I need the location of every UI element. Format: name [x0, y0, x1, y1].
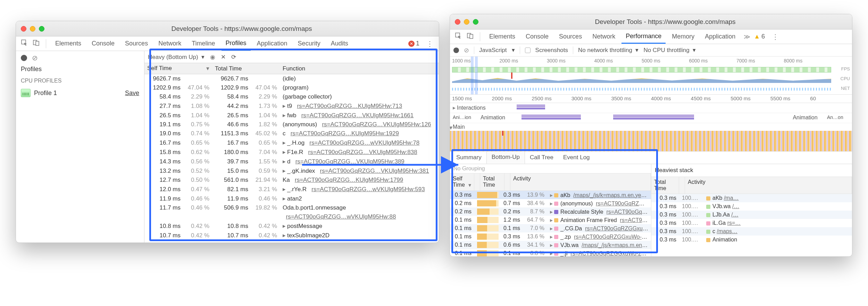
table-row[interactable]: 19.1 ms0.75 %46.6 ms1.82 %(anonymous) rs…: [144, 120, 439, 129]
col-function[interactable]: Function: [280, 63, 439, 74]
device-icon[interactable]: [465, 33, 475, 41]
zoom-icon[interactable]: [39, 26, 44, 32]
tab-sources[interactable]: Sources: [121, 36, 152, 51]
source-link[interactable]: rs=ACT90oGqRZGG…VKUlgM95Hw:126: [322, 121, 431, 128]
table-row[interactable]: 0.1 ms 7.3 %1.2 ms64.7 %▸Animation Frame…: [450, 216, 651, 224]
source-link[interactable]: rs=ACT90oGqRZGG…KUlgM95Hw:1807: [302, 241, 411, 243]
tab-timeline[interactable]: Timeline: [187, 36, 219, 51]
screenshots-checkbox[interactable]: [525, 48, 531, 53]
table-row[interactable]: 0.3 ms100.0 %c /maps…: [651, 227, 852, 236]
clear-icon[interactable]: ⊘: [32, 54, 38, 62]
clear-icon[interactable]: ⊘: [464, 46, 469, 54]
device-icon[interactable]: [31, 40, 41, 48]
profile-save-link[interactable]: Save: [125, 90, 139, 97]
source-link[interactable]: /maps/_/js/k=maps.m.en.ye…: [582, 242, 651, 248]
tab-network[interactable]: Network: [154, 36, 185, 51]
source-link[interactable]: rs=ACT90oGqRZGG…wVKUlgM95Hw:88: [286, 213, 396, 220]
close-icon[interactable]: [455, 19, 460, 25]
tab-console[interactable]: Console: [521, 29, 553, 44]
error-count[interactable]: ✕ 1: [408, 40, 419, 47]
source-link[interactable]: /ma…: [724, 195, 739, 201]
table-row[interactable]: 10.7 ms0.42 %10.7 ms0.42 %▸texSubImage2D: [144, 231, 439, 240]
table-row[interactable]: 26.5 ms1.04 %26.5 ms1.04 %▸fwb rs=ACT90o…: [144, 111, 439, 120]
table-row[interactable]: 19.0 ms0.74 %1151.3 ms45.02 %c rs=ACT90o…: [144, 129, 439, 138]
source-link[interactable]: rs=ACT90oGqRZGGx…: [596, 201, 651, 206]
zoom-icon[interactable]: [473, 19, 478, 25]
menu-icon[interactable]: ⋮: [424, 40, 435, 48]
tab-elements[interactable]: Elements: [485, 29, 519, 44]
expand-icon[interactable]: ▾: [450, 124, 452, 131]
category-select[interactable]: JavaScript ▾: [479, 46, 515, 54]
table-row[interactable]: 0.3 ms100.0 %VJb.wa /…: [651, 202, 852, 211]
tab-application[interactable]: Application: [253, 36, 292, 51]
profiles-table[interactable]: Self Time▾ Total Time Function 9626.7 ms…: [144, 63, 439, 243]
col-total-time[interactable]: Total Time: [212, 63, 280, 74]
detail-tab-eventlog[interactable]: Event Log: [558, 151, 595, 164]
table-row[interactable]: 15.8 ms0.62 %180.0 ms7.04 %▸F1e.R rs=ACT…: [144, 147, 439, 157]
menu-icon[interactable]: ⋮: [770, 33, 781, 41]
inspect-icon[interactable]: [19, 40, 29, 48]
table-row[interactable]: 27.7 ms1.08 %44.2 ms1.73 %▸t9 rs=ACT90oG…: [144, 101, 439, 111]
cpu-throttle-select[interactable]: No CPU throttling ▾: [643, 46, 696, 54]
col-activity[interactable]: Activity: [685, 177, 852, 194]
tab-sources[interactable]: Sources: [555, 29, 586, 44]
tab-profiles[interactable]: Profiles: [222, 36, 251, 51]
table-row[interactable]: 0.3 ms100.0 %Animation: [651, 236, 852, 244]
source-link[interactable]: rs=ACT90oGqRZGG…KUlgM95Hw:713: [297, 103, 402, 109]
table-row[interactable]: 11.7 ms0.46 %506.9 ms19.82 %Oda.b.port1.…: [144, 203, 439, 212]
col-activity[interactable]: Activity: [510, 173, 651, 190]
tab-application[interactable]: Application: [701, 29, 740, 44]
close-icon[interactable]: ✕: [221, 53, 226, 61]
table-row[interactable]: 0.3 ms100.0 %iL.Ga rs=…: [651, 219, 852, 227]
time-ruler[interactable]: 1500 ms2000 ms2500 ms3000 ms3500 ms4000 …: [450, 95, 852, 103]
table-row[interactable]: 16.7 ms0.65 %16.7 ms0.65 %▸_.H.og rs=ACT…: [144, 138, 439, 147]
source-link[interactable]: /maps/_/js/k=maps.m.en.yeALR…: [573, 192, 651, 198]
table-row[interactable]: 11.9 ms0.46 %11.9 ms0.46 %▸atan2: [144, 194, 439, 203]
table-row[interactable]: 0.3 ms100.0 %LJb.Aa /…: [651, 211, 852, 219]
warning-count[interactable]: ▲ 6: [754, 33, 765, 40]
tab-performance[interactable]: Performance: [621, 29, 666, 44]
table-row[interactable]: 58.4 ms2.29 %58.4 ms2.29 %(garbage colle…: [144, 92, 439, 101]
source-link[interactable]: rs=ACT90oGqRZGGxuWo-z8BL…: [570, 250, 651, 256]
titlebar[interactable]: Developer Tools - https://www.google.com…: [16, 21, 439, 36]
inspect-icon[interactable]: [453, 33, 463, 41]
close-icon[interactable]: [21, 26, 26, 32]
profile-item[interactable]: Profile 1 Save: [21, 87, 139, 99]
col-total-time[interactable]: Total Time: [480, 173, 504, 190]
table-row[interactable]: 0.1 ms 6.8 %0.6 ms34.1 %▸VJb.wa /maps/_/…: [450, 241, 651, 249]
tab-console[interactable]: Console: [87, 36, 119, 51]
flame-chart[interactable]: [450, 131, 852, 152]
minimize-icon[interactable]: [30, 26, 35, 32]
source-link[interactable]: rs=ACT90oGqRZGGxuWo-z8B…: [574, 234, 651, 240]
overview-handle-right[interactable]: [475, 57, 478, 94]
table-row[interactable]: 0.2 ms 13.2 %0.7 ms38.4 %▸(anonymous) rs…: [450, 199, 651, 207]
track-interactions[interactable]: ▸Interactions: [450, 103, 852, 113]
source-link[interactable]: rs=ACT90oGqRZGG…VKUlgM95Hw:1661: [301, 112, 414, 119]
tab-audits[interactable]: Audits: [327, 36, 352, 51]
table-row[interactable]: 12.0 ms0.47 %82.1 ms3.21 %▸_.rYe.R rs=AC…: [144, 185, 439, 194]
focus-icon[interactable]: ◉: [210, 53, 215, 61]
source-link[interactable]: rs=ACT90oGqRZGG…wVKUlgM95Hw:593: [311, 186, 425, 193]
track-animation[interactable]: Ani…ion Animation Animation An…on: [450, 113, 852, 123]
tab-security[interactable]: Security: [294, 36, 325, 51]
record-button[interactable]: [21, 55, 27, 61]
source-link[interactable]: rs=ACT90oGqRZGG…VKUlgM95Hw:838: [308, 149, 417, 155]
table-row[interactable]: 0.1 ms 7.0 %0.1 ms7.0 %▸_.CG.Da rs=ACT90…: [450, 224, 651, 232]
tab-memory[interactable]: Memory: [668, 29, 699, 44]
table-row[interactable]: rs=ACT90oGqRZGG…wVKUlgM95Hw:88: [144, 212, 439, 221]
source-link[interactable]: /…: [732, 203, 739, 209]
source-link[interactable]: rs=ACT90o…: [620, 217, 651, 223]
minimize-icon[interactable]: [464, 19, 469, 25]
table-row[interactable]: 10.8 ms0.42 %10.8 ms0.42 %▸postMessage: [144, 221, 439, 231]
source-link[interactable]: rs=ACT90oGqRZGGxuWo…: [585, 226, 651, 231]
record-button[interactable]: [453, 48, 459, 53]
source-link[interactable]: rs=ACT90oGqRZ…: [607, 209, 651, 215]
table-row[interactable]: 0.2 ms 8.7 %0.2 ms8.7 %▸Recalculate Styl…: [450, 207, 651, 216]
overview-handle-left[interactable]: [471, 57, 474, 94]
col-self-time[interactable]: Self Time▾: [144, 63, 212, 74]
detail-tab-bottomup[interactable]: Bottom-Up: [486, 151, 525, 164]
detail-tab-calltree[interactable]: Call Tree: [525, 151, 558, 164]
mode-select[interactable]: Heavy (Bottom Up) ▾: [148, 53, 205, 61]
timeline-overview[interactable]: 1000 ms2000 ms3000 ms4000 ms5000 ms6000 …: [450, 57, 852, 95]
table-row[interactable]: 0.3 ms100.0 %aKb /ma…: [651, 194, 852, 202]
